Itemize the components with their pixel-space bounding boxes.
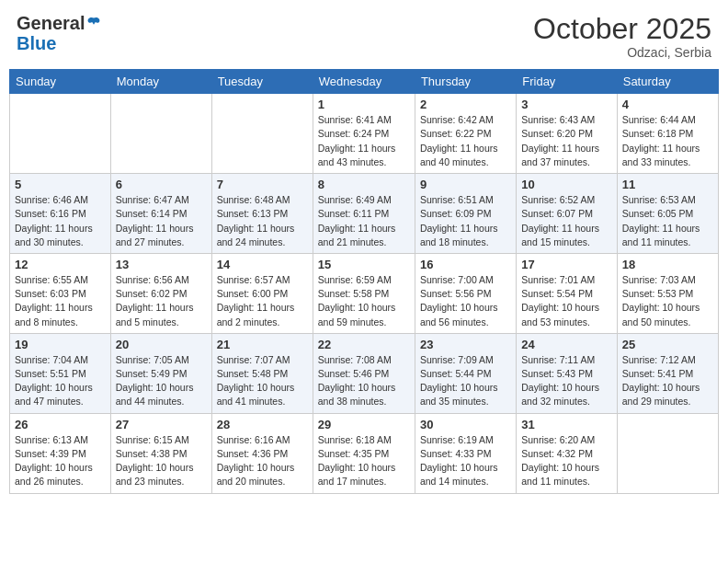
day-number: 30 <box>420 418 511 431</box>
day-number: 7 <box>217 178 308 191</box>
day-number: 12 <box>15 258 106 271</box>
day-number: 13 <box>116 258 207 271</box>
calendar-cell: 11Sunrise: 6:53 AM Sunset: 6:05 PM Dayli… <box>617 174 718 254</box>
day-detail: Sunrise: 7:00 AM Sunset: 5:56 PM Dayligh… <box>420 273 511 329</box>
day-detail: Sunrise: 7:03 AM Sunset: 5:53 PM Dayligh… <box>622 273 713 329</box>
calendar-cell: 29Sunrise: 6:18 AM Sunset: 4:35 PM Dayli… <box>313 413 415 493</box>
calendar-cell <box>617 413 718 493</box>
day-number: 2 <box>420 98 511 111</box>
day-number: 28 <box>217 418 308 431</box>
day-number: 5 <box>15 178 106 191</box>
day-number: 10 <box>521 178 611 191</box>
calendar-week-row: 19Sunrise: 7:04 AM Sunset: 5:51 PM Dayli… <box>10 333 719 413</box>
day-detail: Sunrise: 6:51 AM Sunset: 6:09 PM Dayligh… <box>420 193 511 249</box>
calendar-cell: 2Sunrise: 6:42 AM Sunset: 6:22 PM Daylig… <box>415 94 516 174</box>
day-number: 8 <box>318 178 410 191</box>
calendar-cell <box>211 94 313 174</box>
day-number: 29 <box>318 418 410 431</box>
logo: General Blue <box>17 13 102 53</box>
day-number: 11 <box>622 178 713 191</box>
calendar-cell: 26Sunrise: 6:13 AM Sunset: 4:39 PM Dayli… <box>10 413 111 493</box>
calendar-cell: 30Sunrise: 6:19 AM Sunset: 4:33 PM Dayli… <box>415 413 516 493</box>
day-detail: Sunrise: 6:44 AM Sunset: 6:18 PM Dayligh… <box>622 113 713 169</box>
day-number: 1 <box>318 98 410 111</box>
day-number: 20 <box>116 338 207 351</box>
col-header-wednesday: Wednesday <box>313 70 415 94</box>
day-detail: Sunrise: 7:01 AM Sunset: 5:54 PM Dayligh… <box>521 273 611 329</box>
day-detail: Sunrise: 7:08 AM Sunset: 5:46 PM Dayligh… <box>318 353 410 409</box>
day-detail: Sunrise: 6:59 AM Sunset: 5:58 PM Dayligh… <box>318 273 410 329</box>
day-detail: Sunrise: 7:04 AM Sunset: 5:51 PM Dayligh… <box>15 353 106 409</box>
day-detail: Sunrise: 6:52 AM Sunset: 6:07 PM Dayligh… <box>521 193 611 249</box>
day-number: 16 <box>420 258 511 271</box>
col-header-tuesday: Tuesday <box>211 70 313 94</box>
logo-general-text: General <box>17 13 85 33</box>
calendar-cell: 17Sunrise: 7:01 AM Sunset: 5:54 PM Dayli… <box>517 253 617 333</box>
calendar-cell: 28Sunrise: 6:16 AM Sunset: 4:36 PM Dayli… <box>211 413 313 493</box>
day-number: 18 <box>622 258 713 271</box>
calendar-cell: 16Sunrise: 7:00 AM Sunset: 5:56 PM Dayli… <box>415 253 516 333</box>
day-detail: Sunrise: 6:20 AM Sunset: 4:32 PM Dayligh… <box>521 433 611 489</box>
calendar-week-row: 5Sunrise: 6:46 AM Sunset: 6:16 PM Daylig… <box>10 174 719 254</box>
day-number: 3 <box>521 98 611 111</box>
day-detail: Sunrise: 6:57 AM Sunset: 6:00 PM Dayligh… <box>217 273 308 329</box>
calendar-cell: 27Sunrise: 6:15 AM Sunset: 4:38 PM Dayli… <box>110 413 211 493</box>
day-number: 25 <box>622 338 713 351</box>
day-number: 31 <box>521 418 611 431</box>
calendar-cell: 25Sunrise: 7:12 AM Sunset: 5:41 PM Dayli… <box>617 333 718 413</box>
calendar-week-row: 26Sunrise: 6:13 AM Sunset: 4:39 PM Dayli… <box>10 413 719 493</box>
logo-bird-icon <box>85 15 102 31</box>
calendar-cell: 3Sunrise: 6:43 AM Sunset: 6:20 PM Daylig… <box>517 94 617 174</box>
calendar-week-row: 12Sunrise: 6:55 AM Sunset: 6:03 PM Dayli… <box>10 253 719 333</box>
day-number: 21 <box>217 338 308 351</box>
day-detail: Sunrise: 7:09 AM Sunset: 5:44 PM Dayligh… <box>420 353 511 409</box>
day-detail: Sunrise: 6:19 AM Sunset: 4:33 PM Dayligh… <box>420 433 511 489</box>
calendar-cell: 19Sunrise: 7:04 AM Sunset: 5:51 PM Dayli… <box>10 333 111 413</box>
calendar-cell: 10Sunrise: 6:52 AM Sunset: 6:07 PM Dayli… <box>517 174 617 254</box>
day-detail: Sunrise: 6:46 AM Sunset: 6:16 PM Dayligh… <box>15 193 106 249</box>
page-header: General Blue October 2025 Odzaci, Serbia <box>9 9 719 63</box>
calendar-header-row: SundayMondayTuesdayWednesdayThursdayFrid… <box>10 70 719 94</box>
calendar-cell: 18Sunrise: 7:03 AM Sunset: 5:53 PM Dayli… <box>617 253 718 333</box>
calendar-cell: 7Sunrise: 6:48 AM Sunset: 6:13 PM Daylig… <box>211 174 313 254</box>
calendar-cell: 5Sunrise: 6:46 AM Sunset: 6:16 PM Daylig… <box>10 174 111 254</box>
day-detail: Sunrise: 6:15 AM Sunset: 4:38 PM Dayligh… <box>116 433 207 489</box>
day-detail: Sunrise: 6:42 AM Sunset: 6:22 PM Dayligh… <box>420 113 511 169</box>
calendar-cell: 23Sunrise: 7:09 AM Sunset: 5:44 PM Dayli… <box>415 333 516 413</box>
calendar-week-row: 1Sunrise: 6:41 AM Sunset: 6:24 PM Daylig… <box>10 94 719 174</box>
col-header-friday: Friday <box>517 70 617 94</box>
calendar-cell: 12Sunrise: 6:55 AM Sunset: 6:03 PM Dayli… <box>10 253 111 333</box>
col-header-thursday: Thursday <box>415 70 516 94</box>
calendar-cell <box>110 94 211 174</box>
calendar-cell <box>10 94 111 174</box>
calendar-cell: 21Sunrise: 7:07 AM Sunset: 5:48 PM Dayli… <box>211 333 313 413</box>
day-detail: Sunrise: 6:49 AM Sunset: 6:11 PM Dayligh… <box>318 193 410 249</box>
location-subtitle: Odzaci, Serbia <box>533 45 711 60</box>
calendar-cell: 15Sunrise: 6:59 AM Sunset: 5:58 PM Dayli… <box>313 253 415 333</box>
calendar-cell: 20Sunrise: 7:05 AM Sunset: 5:49 PM Dayli… <box>110 333 211 413</box>
day-detail: Sunrise: 7:07 AM Sunset: 5:48 PM Dayligh… <box>217 353 308 409</box>
calendar-cell: 9Sunrise: 6:51 AM Sunset: 6:09 PM Daylig… <box>415 174 516 254</box>
day-detail: Sunrise: 6:18 AM Sunset: 4:35 PM Dayligh… <box>318 433 410 489</box>
day-number: 24 <box>521 338 611 351</box>
day-detail: Sunrise: 7:11 AM Sunset: 5:43 PM Dayligh… <box>521 353 611 409</box>
calendar-cell: 31Sunrise: 6:20 AM Sunset: 4:32 PM Dayli… <box>517 413 617 493</box>
calendar-cell: 13Sunrise: 6:56 AM Sunset: 6:02 PM Dayli… <box>110 253 211 333</box>
day-detail: Sunrise: 6:16 AM Sunset: 4:36 PM Dayligh… <box>217 433 308 489</box>
calendar-cell: 22Sunrise: 7:08 AM Sunset: 5:46 PM Dayli… <box>313 333 415 413</box>
calendar-cell: 4Sunrise: 6:44 AM Sunset: 6:18 PM Daylig… <box>617 94 718 174</box>
day-number: 6 <box>116 178 207 191</box>
day-detail: Sunrise: 6:56 AM Sunset: 6:02 PM Dayligh… <box>116 273 207 329</box>
calendar-cell: 24Sunrise: 7:11 AM Sunset: 5:43 PM Dayli… <box>517 333 617 413</box>
day-number: 27 <box>116 418 207 431</box>
col-header-saturday: Saturday <box>617 70 718 94</box>
day-detail: Sunrise: 6:43 AM Sunset: 6:20 PM Dayligh… <box>521 113 611 169</box>
calendar-cell: 6Sunrise: 6:47 AM Sunset: 6:14 PM Daylig… <box>110 174 211 254</box>
day-number: 9 <box>420 178 511 191</box>
logo-blue-text: Blue <box>17 33 102 53</box>
calendar-cell: 14Sunrise: 6:57 AM Sunset: 6:00 PM Dayli… <box>211 253 313 333</box>
day-detail: Sunrise: 6:48 AM Sunset: 6:13 PM Dayligh… <box>217 193 308 249</box>
day-number: 4 <box>622 98 713 111</box>
day-number: 19 <box>15 338 106 351</box>
title-block: October 2025 Odzaci, Serbia <box>533 13 711 60</box>
